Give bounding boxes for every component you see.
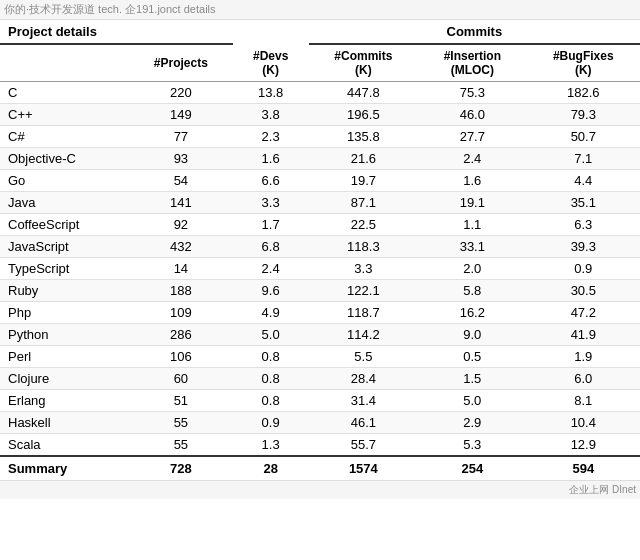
table-body: C22013.8447.875.3182.6C++1493.8196.546.0…: [0, 82, 640, 457]
summary-insertion: 254: [418, 456, 526, 480]
cell-lang: JavaScript: [0, 236, 129, 258]
col-bugfixes: #BugFixes(K): [527, 44, 640, 82]
cell-lang: Scala: [0, 434, 129, 457]
cell-devs: 9.6: [233, 280, 309, 302]
cell-commits: 87.1: [309, 192, 418, 214]
summary-bugfixes: 594: [527, 456, 640, 480]
cell-insertion: 5.0: [418, 390, 526, 412]
cell-commits: 5.5: [309, 346, 418, 368]
cell-commits: 135.8: [309, 126, 418, 148]
cell-projects: 220: [129, 82, 233, 104]
cell-devs: 1.6: [233, 148, 309, 170]
table-row: CoffeeScript921.722.51.16.3: [0, 214, 640, 236]
table-row: Erlang510.831.45.08.1: [0, 390, 640, 412]
cell-insertion: 27.7: [418, 126, 526, 148]
cell-commits: 31.4: [309, 390, 418, 412]
cell-commits: 447.8: [309, 82, 418, 104]
summary-label: Summary: [0, 456, 129, 480]
table-row: Perl1060.85.50.51.9: [0, 346, 640, 368]
cell-projects: 51: [129, 390, 233, 412]
table-row: C22013.8447.875.3182.6: [0, 82, 640, 104]
table-row: Java1413.387.119.135.1: [0, 192, 640, 214]
table-row: Scala551.355.75.312.9: [0, 434, 640, 457]
cell-lang: Erlang: [0, 390, 129, 412]
cell-projects: 93: [129, 148, 233, 170]
table-row: C#772.3135.827.750.7: [0, 126, 640, 148]
cell-commits: 114.2: [309, 324, 418, 346]
cell-insertion: 2.9: [418, 412, 526, 434]
cell-bugfixes: 7.1: [527, 148, 640, 170]
cell-devs: 4.9: [233, 302, 309, 324]
summary-commits: 1574: [309, 456, 418, 480]
cell-bugfixes: 10.4: [527, 412, 640, 434]
cell-bugfixes: 30.5: [527, 280, 640, 302]
cell-bugfixes: 6.0: [527, 368, 640, 390]
cell-insertion: 9.0: [418, 324, 526, 346]
cell-commits: 28.4: [309, 368, 418, 390]
cell-projects: 188: [129, 280, 233, 302]
cell-projects: 14: [129, 258, 233, 280]
cell-devs: 2.3: [233, 126, 309, 148]
cell-devs: 0.8: [233, 368, 309, 390]
cell-bugfixes: 41.9: [527, 324, 640, 346]
cell-projects: 54: [129, 170, 233, 192]
cell-devs: 0.8: [233, 346, 309, 368]
cell-insertion: 5.8: [418, 280, 526, 302]
table-row: C++1493.8196.546.079.3: [0, 104, 640, 126]
cell-lang: Java: [0, 192, 129, 214]
watermark-bottom: 企业上网 DInet: [0, 480, 640, 499]
cell-lang: Haskell: [0, 412, 129, 434]
cell-commits: 22.5: [309, 214, 418, 236]
cell-insertion: 1.5: [418, 368, 526, 390]
cell-bugfixes: 8.1: [527, 390, 640, 412]
cell-bugfixes: 12.9: [527, 434, 640, 457]
cell-projects: 92: [129, 214, 233, 236]
watermark-top: 你的·技术开发源道 tech. 企191.jonct details: [0, 0, 640, 20]
cell-devs: 0.9: [233, 412, 309, 434]
cell-insertion: 2.4: [418, 148, 526, 170]
cell-devs: 3.8: [233, 104, 309, 126]
cell-devs: 13.8: [233, 82, 309, 104]
col-insertion: #Insertion(MLOC): [418, 44, 526, 82]
table-row: Python2865.0114.29.041.9: [0, 324, 640, 346]
cell-projects: 149: [129, 104, 233, 126]
col-commits: #Commits(K): [309, 44, 418, 82]
summary-row: Summary 728 28 1574 254 594: [0, 456, 640, 480]
cell-commits: 19.7: [309, 170, 418, 192]
cell-bugfixes: 1.9: [527, 346, 640, 368]
cell-lang: Clojure: [0, 368, 129, 390]
cell-bugfixes: 47.2: [527, 302, 640, 324]
cell-projects: 106: [129, 346, 233, 368]
cell-devs: 1.3: [233, 434, 309, 457]
cell-lang: TypeScript: [0, 258, 129, 280]
cell-projects: 141: [129, 192, 233, 214]
col-devs: #Devs(K): [233, 44, 309, 82]
table-footer: Summary 728 28 1574 254 594: [0, 456, 640, 480]
cell-projects: 60: [129, 368, 233, 390]
cell-projects: 286: [129, 324, 233, 346]
table-row: TypeScript142.43.32.00.9: [0, 258, 640, 280]
cell-lang: Perl: [0, 346, 129, 368]
cell-insertion: 46.0: [418, 104, 526, 126]
cell-lang: C#: [0, 126, 129, 148]
summary-projects: 728: [129, 456, 233, 480]
cell-commits: 122.1: [309, 280, 418, 302]
cell-devs: 2.4: [233, 258, 309, 280]
cell-lang: Go: [0, 170, 129, 192]
cell-lang: C: [0, 82, 129, 104]
cell-lang: Objective-C: [0, 148, 129, 170]
group-header-row: Project details Commits: [0, 20, 640, 44]
cell-insertion: 0.5: [418, 346, 526, 368]
cell-insertion: 33.1: [418, 236, 526, 258]
table-row: Haskell550.946.12.910.4: [0, 412, 640, 434]
cell-commits: 55.7: [309, 434, 418, 457]
cell-insertion: 2.0: [418, 258, 526, 280]
cell-lang: Ruby: [0, 280, 129, 302]
cell-devs: 0.8: [233, 390, 309, 412]
cell-devs: 6.6: [233, 170, 309, 192]
cell-bugfixes: 79.3: [527, 104, 640, 126]
cell-bugfixes: 50.7: [527, 126, 640, 148]
cell-bugfixes: 6.3: [527, 214, 640, 236]
cell-projects: 77: [129, 126, 233, 148]
cell-lang: CoffeeScript: [0, 214, 129, 236]
